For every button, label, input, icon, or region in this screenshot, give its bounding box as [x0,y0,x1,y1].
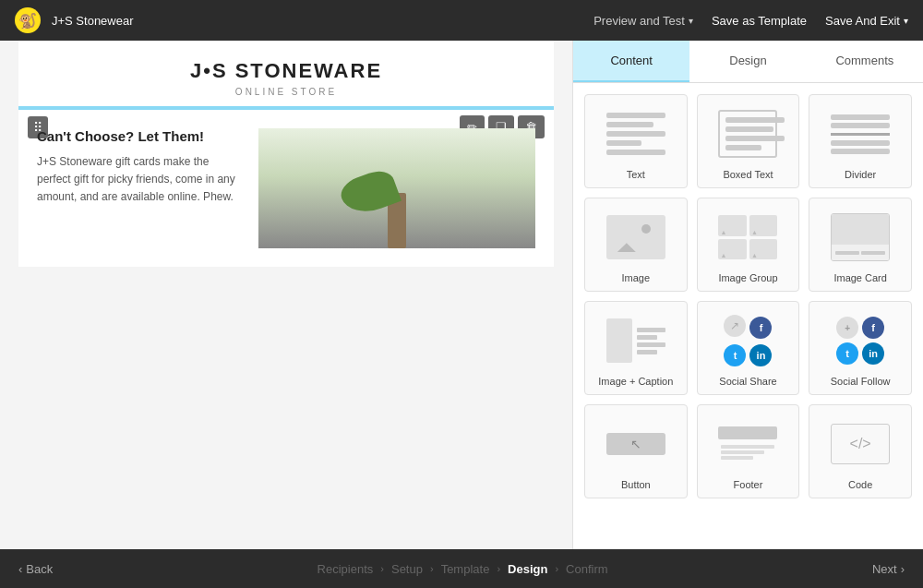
social-share-block-icon: ↗ f t in [711,313,785,368]
step-arrow: › [380,563,384,574]
block-card-label-divider: Divider [845,169,876,180]
code-block-icon: </> [823,416,897,472]
block-drag-handle[interactable]: ⠿ [28,116,48,138]
block-card-label-code: Code [848,479,872,490]
right-panel: Content Design Comments Text [572,41,923,549]
tab-comments[interactable]: Comments [807,41,923,82]
chevron-left-icon: ‹ [18,562,22,576]
block-card-label-image-caption: Image + Caption [598,376,673,387]
chevron-right-icon: › [901,562,905,576]
block-card-footer[interactable]: Footer [697,404,800,498]
email-brand-title: J•S STONEWARE [37,59,535,83]
bottom-nav: ‹ Back Recipients › Setup › Template › D… [0,549,923,588]
block-card-image-caption[interactable]: Image + Caption [584,301,688,395]
mailchimp-logo: 🐒 [15,7,41,33]
block-card-text[interactable]: Text [584,94,688,188]
blocks-grid: Text Boxed Text [573,83,923,549]
step-confirm[interactable]: Confirm [566,562,608,576]
email-preview: J•S STONEWARE ONLINE STORE ⠿ ✏ ❑ 🗑 [0,41,572,549]
text-block-icon [599,106,673,162]
email-image-block[interactable]: ⠿ ✏ ❑ 🗑 [18,106,554,110]
step-arrow: › [555,563,558,574]
button-block-icon: ↖ [599,416,673,472]
top-nav: 🐒 J+S Stonewear Preview and Test ▾ Save … [0,0,923,41]
back-button[interactable]: ‹ Back [18,562,53,576]
step-design[interactable]: Design [508,562,547,576]
top-nav-actions: Preview and Test ▾ Save as Template Save… [593,14,908,28]
image-block-icon [599,210,673,265]
step-arrow: › [430,563,434,574]
block-card-social-follow[interactable]: + f t in Social Follow [809,301,912,395]
email-text-left: Can't Choose? Let Them! J+S Stoneware gi… [37,128,258,248]
block-card-image-group[interactable]: Image Group [697,198,800,292]
block-card-label-text: Text [627,169,645,180]
brand-name: J+S Stonewear [52,14,593,28]
breadcrumb-steps: Recipients › Setup › Template › Design ›… [53,562,872,576]
step-setup[interactable]: Setup [391,562,423,576]
email-text-right-image [258,128,535,248]
block-card-boxed-text[interactable]: Boxed Text [697,94,800,188]
chevron-down-icon: ▾ [689,16,693,26]
panel-tabs: Content Design Comments [573,41,923,83]
save-exit-button[interactable]: Save And Exit ▾ [825,14,908,28]
step-template[interactable]: Template [441,562,490,576]
image-caption-block-icon [599,313,673,368]
divider-block-icon [823,106,897,162]
block-card-label-footer: Footer [734,479,763,490]
main-area: J•S STONEWARE ONLINE STORE ⠿ ✏ ❑ 🗑 [0,41,923,549]
next-button[interactable]: Next › [872,562,905,576]
step-recipients[interactable]: Recipients [318,562,374,576]
block-card-label-image: Image [622,272,651,283]
block-card-label-boxed-text: Boxed Text [723,169,773,180]
chevron-down-icon: ▾ [904,16,908,26]
image-card-block-icon [823,210,897,265]
social-follow-block-icon: + f t in [823,313,897,368]
boxed-text-block-icon [711,106,785,162]
email-brand-subtitle: ONLINE STORE [37,87,535,97]
block-card-label-image-group: Image Group [718,272,777,283]
cursor-icon: ↖ [630,437,641,451]
image-group-block-icon [711,210,785,265]
footer-block-icon [711,416,785,472]
step-arrow: › [497,563,500,574]
tab-design[interactable]: Design [689,41,806,82]
block-card-divider[interactable]: Divider [809,94,912,188]
block-card-image-card[interactable]: Image Card [809,198,912,292]
block-card-button[interactable]: ↖ Button [584,404,688,498]
block-card-label-button: Button [621,479,651,490]
email-content: J•S STONEWARE ONLINE STORE ⠿ ✏ ❑ 🗑 [18,41,554,267]
block-card-label-social-follow: Social Follow [831,376,891,387]
save-template-button[interactable]: Save as Template [712,14,807,28]
block-card-label-social-share: Social Share [719,376,776,387]
email-text-body: J+S Stoneware gift cards make the perfec… [37,153,240,207]
preview-test-button[interactable]: Preview and Test ▾ [593,14,693,28]
block-card-social-share[interactable]: ↗ f t in Social Share [697,301,800,395]
tab-content[interactable]: Content [573,41,689,82]
block-card-label-image-card: Image Card [833,272,886,283]
block-card-image[interactable]: Image [584,198,688,292]
email-header: J•S STONEWARE ONLINE STORE [18,41,554,106]
plant-image [258,128,535,248]
block-card-code[interactable]: </> Code [809,404,912,498]
